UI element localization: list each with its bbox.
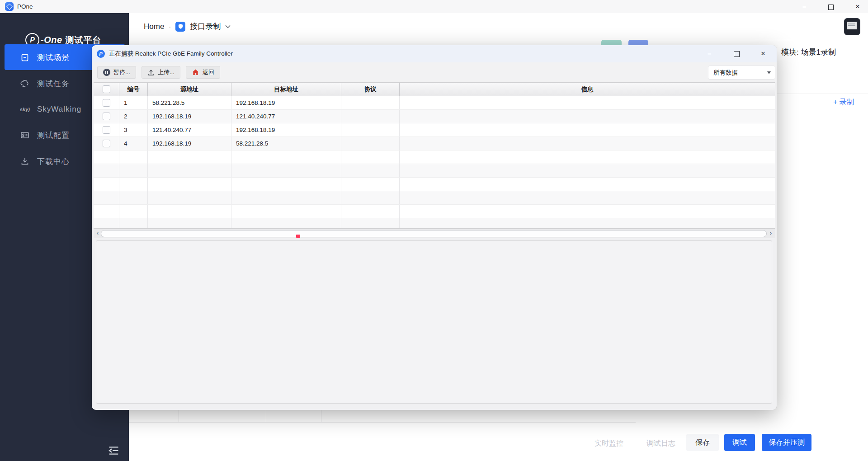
breadcrumb-section[interactable]: 接口录制 bbox=[190, 21, 221, 32]
skywalking-icon: sky) bbox=[20, 104, 30, 114]
table-row[interactable]: 3121.40.240.77192.168.18.19 bbox=[94, 123, 775, 137]
os-window-title: POne bbox=[17, 0, 33, 13]
table-row-empty bbox=[94, 178, 775, 191]
record-link[interactable]: + 录制 bbox=[833, 98, 854, 107]
scrollbar-thumb[interactable] bbox=[101, 230, 767, 237]
row-checkbox[interactable] bbox=[103, 126, 110, 134]
app-root: POne – ✕ P -One 测试平台 测试场景 bbox=[0, 0, 868, 461]
pone-logo-icon: P bbox=[97, 50, 105, 58]
table-body: 158.221.28.5192.168.18.192192.168.18.191… bbox=[94, 96, 775, 228]
debug-button[interactable]: 调试 bbox=[724, 434, 755, 451]
table-row-empty bbox=[94, 191, 775, 205]
os-minimize-button[interactable]: – bbox=[795, 0, 814, 13]
sidebar-collapse-button[interactable] bbox=[108, 445, 119, 456]
header-destination[interactable]: 目标地址 bbox=[231, 83, 341, 96]
background-table-line bbox=[129, 422, 636, 423]
shield-icon bbox=[175, 22, 185, 32]
cloud-sync-icon bbox=[20, 79, 30, 89]
maximize-icon bbox=[828, 5, 834, 10]
breadcrumb: Home · 接口录制 bbox=[144, 13, 231, 40]
save-button[interactable]: 保存 bbox=[686, 434, 719, 451]
os-maximize-button[interactable] bbox=[821, 0, 840, 13]
pause-button[interactable]: 暂停... bbox=[97, 66, 136, 79]
table-row-empty bbox=[94, 164, 775, 178]
packet-detail-panel bbox=[96, 240, 772, 404]
home-icon bbox=[192, 69, 199, 76]
breadcrumb-home[interactable]: Home bbox=[144, 22, 164, 31]
dialog-maximize-button[interactable] bbox=[727, 45, 745, 62]
upload-icon bbox=[147, 69, 155, 76]
data-filter-dropdown[interactable]: 所有数据 bbox=[708, 66, 775, 80]
header-select-all bbox=[94, 83, 119, 96]
packet-table: 编号 源地址 目标地址 协议 信息 158.221.28.5192.168.18… bbox=[94, 82, 775, 228]
header-source[interactable]: 源地址 bbox=[148, 83, 231, 96]
table-row-empty bbox=[94, 218, 775, 228]
id-card-icon bbox=[20, 130, 30, 140]
header-no[interactable]: 编号 bbox=[119, 83, 148, 96]
header-protocol[interactable]: 协议 bbox=[341, 83, 400, 96]
table-header: 编号 源地址 目标地址 协议 信息 bbox=[94, 82, 775, 96]
scroll-right-icon[interactable]: › bbox=[768, 229, 774, 238]
upload-button[interactable]: 上传... bbox=[142, 66, 180, 79]
module-label: 模块: 场景1录制 bbox=[781, 47, 836, 57]
divider bbox=[777, 94, 868, 94]
header-info[interactable]: 信息 bbox=[400, 83, 775, 96]
table-row-empty bbox=[94, 151, 775, 164]
back-button[interactable]: 返回 bbox=[186, 66, 220, 79]
caret-down-icon bbox=[767, 71, 771, 74]
scroll-left-icon[interactable]: ‹ bbox=[94, 229, 101, 238]
horizontal-scrollbar[interactable]: ‹ › bbox=[94, 228, 775, 238]
table-row[interactable]: 2192.168.18.19121.40.240.77 bbox=[94, 110, 775, 123]
logo-name: -One bbox=[41, 35, 62, 45]
breadcrumb-separator: · bbox=[169, 23, 171, 30]
download-icon bbox=[20, 156, 30, 166]
breadcrumb-bar: Home · 接口录制 bbox=[129, 13, 868, 40]
clipboard-icon bbox=[20, 52, 30, 62]
chevron-down-icon[interactable] bbox=[225, 25, 231, 28]
dialog-toolbar: 暂停... 上传... 返回 所有数据 bbox=[92, 62, 777, 82]
dialog-title: 正在捕获 Realtek PCIe GbE Family Controller bbox=[109, 45, 233, 62]
debug-log-button[interactable]: 调试日志 bbox=[646, 439, 675, 448]
table-row[interactable]: 4192.168.18.1958.221.28.5 bbox=[94, 137, 775, 151]
row-checkbox[interactable] bbox=[103, 113, 110, 120]
dialog-titlebar[interactable]: P 正在捕获 Realtek PCIe GbE Family Controlle… bbox=[92, 45, 777, 62]
filter-value: 所有数据 bbox=[713, 66, 738, 79]
os-close-button[interactable]: ✕ bbox=[848, 0, 867, 13]
realtime-monitor-button[interactable]: 实时监控 bbox=[594, 439, 623, 448]
menu-fold-icon bbox=[108, 445, 119, 456]
pause-icon bbox=[103, 69, 110, 76]
table-row[interactable]: 158.221.28.5192.168.18.19 bbox=[94, 96, 775, 110]
row-checkbox[interactable] bbox=[103, 99, 110, 107]
red-marker bbox=[296, 235, 300, 238]
background-table-line bbox=[321, 410, 321, 422]
app-icon bbox=[5, 2, 14, 11]
maximize-icon bbox=[734, 51, 740, 57]
dialog-minimize-button[interactable]: – bbox=[700, 45, 718, 62]
table-row-empty bbox=[94, 205, 775, 218]
capture-dialog: P 正在捕获 Realtek PCIe GbE Family Controlle… bbox=[92, 45, 777, 410]
dialog-close-button[interactable]: ✕ bbox=[754, 45, 772, 62]
background-table-line bbox=[266, 410, 266, 422]
row-checkbox[interactable] bbox=[103, 140, 110, 147]
background-table-line bbox=[179, 410, 179, 422]
select-all-checkbox[interactable] bbox=[103, 85, 110, 93]
save-and-stress-test-button[interactable]: 保存并压测 bbox=[762, 434, 811, 451]
user-avatar[interactable] bbox=[844, 18, 860, 35]
os-titlebar: POne – ✕ bbox=[0, 0, 868, 13]
